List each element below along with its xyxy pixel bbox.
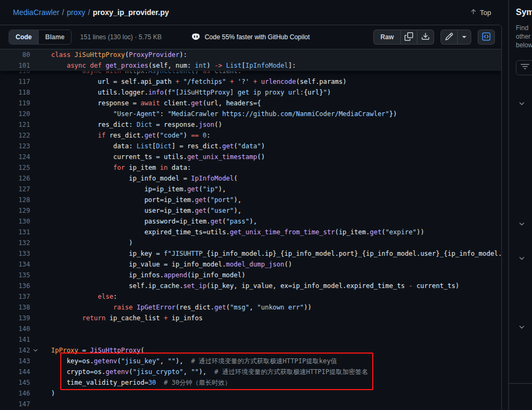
- symbols-panel-title: Symbols: [516, 8, 532, 17]
- code-text: [30, 323, 51, 334]
- code-line-123: 123 data: List[Dict] = res_dict.get("dat…: [0, 141, 501, 152]
- toolbar-actions: Raw: [373, 30, 495, 45]
- code-lines: 117 url = self.api_path + "/fetchips" + …: [0, 76, 501, 409]
- line-number[interactable]: 124: [0, 152, 30, 162]
- code-line-122: 122 if res_dict.get("code") == 0:: [0, 130, 501, 141]
- symbol-expand-icon[interactable]: [518, 255, 526, 262]
- line-number[interactable]: 146: [0, 388, 30, 399]
- copy-button[interactable]: [401, 30, 417, 45]
- line-number[interactable]: 125: [0, 162, 30, 173]
- code-text: ip_infos.append(ip_info_model): [30, 270, 245, 280]
- clipped-line-wrap: 116 async with httpx.AsyncClient() as cl…: [0, 71, 501, 76]
- line-number[interactable]: 122: [0, 130, 30, 141]
- line-number[interactable]: 137: [0, 291, 30, 302]
- code-text: res_dict: Dict = response.json(): [30, 119, 222, 130]
- sticky-lines: 80class JiSuHttpProxy(ProxyProvider):101…: [0, 49, 501, 71]
- file-toolbar: Code Blame 151 lines (130 loc) · 5.75 KB…: [0, 25, 501, 49]
- code-text: data: List[Dict] = res_dict.get("data"): [30, 141, 265, 152]
- line-number[interactable]: 147: [0, 399, 30, 409]
- symbol-expand-icon[interactable]: [518, 100, 526, 107]
- code-line-130: 130 password=ip_item.get("pass"),: [0, 216, 501, 227]
- code-blame-switcher: Code Blame: [9, 30, 72, 45]
- breadcrumb: MediaCrawler/proxy/proxy_ip_provider.py …: [0, 0, 502, 25]
- edit-button[interactable]: [441, 30, 458, 45]
- code-line-80: 80class JiSuHttpProxy(ProxyProvider):: [0, 49, 501, 60]
- code-line-133: 133 ip_key = f"JISUHTTP_{ip_info_model.i…: [0, 248, 501, 259]
- line-number[interactable]: 131: [0, 227, 30, 238]
- code-text: return ip_cache_list + ip_infos: [30, 313, 203, 323]
- breadcrumb-separator: /: [62, 8, 64, 17]
- line-number[interactable]: 128: [0, 195, 30, 205]
- line-number[interactable]: 80: [0, 49, 30, 60]
- edit-dropdown-button[interactable]: [458, 30, 471, 45]
- line-number[interactable]: 123: [0, 141, 30, 152]
- line-number[interactable]: 116: [0, 71, 30, 76]
- code-line-101: 101 async def get_proxies(self, num: int…: [0, 60, 501, 71]
- line-number[interactable]: 139: [0, 313, 30, 323]
- line-number[interactable]: 134: [0, 259, 30, 270]
- breadcrumb-folder-link[interactable]: proxy: [67, 8, 85, 17]
- code-line-136: 136 self.ip_cache.set_ip(ip_key, ip_valu…: [0, 280, 501, 291]
- code-text: ): [30, 388, 55, 399]
- line-number[interactable]: 142: [0, 345, 30, 356]
- line-number[interactable]: 141: [0, 334, 30, 345]
- symbol-expand-icon[interactable]: [518, 323, 526, 331]
- copilot-text: Code 55% faster with GitHub Copilot: [204, 33, 309, 41]
- line-number[interactable]: 143: [0, 356, 30, 366]
- line-number[interactable]: 118: [0, 87, 30, 98]
- breadcrumb-repo-link[interactable]: MediaCrawler: [13, 8, 59, 17]
- line-number[interactable]: 140: [0, 323, 30, 334]
- arrow-up-icon: [470, 8, 477, 17]
- code-line-119: 119 response = await client.get(url, hea…: [0, 98, 501, 109]
- symbols-filter-input[interactable]: [516, 60, 532, 75]
- symbol-expand-icon[interactable]: [518, 220, 526, 228]
- code-text: password=ip_item.get("pass"),: [30, 216, 257, 227]
- raw-button[interactable]: Raw: [373, 30, 401, 45]
- code-text: [30, 399, 51, 409]
- code-line-126: 126 ip_info_model = IpInfoModel(: [0, 173, 501, 184]
- code-line-127: 127 ip=ip_item.get("ip"),: [0, 184, 501, 195]
- back-to-top-button[interactable]: Top: [470, 8, 491, 17]
- code-text: expired_time_ts=utils.get_unix_time_from…: [30, 227, 424, 238]
- line-number[interactable]: 145: [0, 377, 30, 388]
- line-number[interactable]: 121: [0, 119, 30, 130]
- code-line-134: 134 ip_value = ip_info_model.model_dump_…: [0, 259, 501, 270]
- line-number[interactable]: 126: [0, 173, 30, 184]
- line-number[interactable]: 144: [0, 366, 30, 377]
- code-line-125: 125 for ip_item in data:: [0, 162, 501, 173]
- code-text: ip=ip_item.get("ip"),: [30, 184, 226, 195]
- code-text: url = self.api_path + "/fetchips" + '?' …: [30, 76, 346, 87]
- symbols-panel-icon: [482, 32, 491, 42]
- symbols-toggle-button[interactable]: [478, 30, 495, 45]
- line-number[interactable]: 129: [0, 205, 30, 216]
- line-number[interactable]: 127: [0, 184, 30, 195]
- code-text: "User-Agent": "MediaCrawler https://gith…: [30, 109, 397, 119]
- code-line-139: 139 return ip_cache_list + ip_infos: [0, 313, 501, 323]
- line-number[interactable]: 120: [0, 109, 30, 119]
- copilot-icon: [191, 32, 200, 42]
- breadcrumb-file-name: proxy_ip_provider.py: [93, 8, 169, 17]
- line-number[interactable]: 130: [0, 216, 30, 227]
- code-text: IpProxy = JiSuHttpProxy(: [30, 345, 144, 356]
- download-button[interactable]: [417, 30, 434, 45]
- github-code-view: MediaCrawler/proxy/proxy_ip_provider.py …: [0, 0, 532, 410]
- line-number[interactable]: 136: [0, 280, 30, 291]
- line-number[interactable]: 135: [0, 270, 30, 280]
- fold-chevron-icon[interactable]: [32, 347, 39, 354]
- code-text: current_ts = utils.get_unix_timestamp(): [30, 152, 265, 162]
- tab-code[interactable]: Code: [9, 30, 39, 44]
- line-number[interactable]: 101: [0, 60, 30, 71]
- line-number[interactable]: 132: [0, 238, 30, 248]
- copy-icon: [405, 32, 413, 42]
- code-text: ip_info_model = IpInfoModel(: [30, 173, 238, 184]
- line-number[interactable]: 133: [0, 248, 30, 259]
- tab-blame[interactable]: Blame: [39, 30, 71, 44]
- symbols-panel-description: Find other below: [516, 24, 532, 49]
- code-line-116: 116 async with httpx.AsyncClient() as cl…: [0, 71, 501, 76]
- code-line-121: 121 res_dict: Dict = response.json(): [0, 119, 501, 130]
- line-number[interactable]: 138: [0, 302, 30, 313]
- line-number[interactable]: 119: [0, 98, 30, 109]
- copilot-banner[interactable]: Code 55% faster with GitHub Copilot: [191, 32, 309, 42]
- symbols-description-line: below: [516, 41, 532, 49]
- line-number[interactable]: 117: [0, 76, 30, 87]
